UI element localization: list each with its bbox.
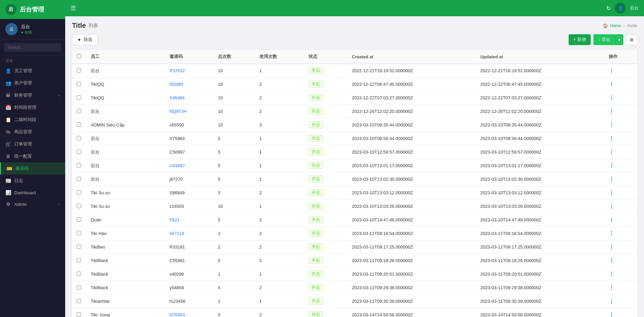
sidebar-item-invite-codes[interactable]: 🎫 邀请码 [0,162,65,175]
row-code[interactable]: X46484 [165,91,213,105]
action-menu-button[interactable]: ⋮ [609,298,615,304]
status-badge: 开启 [309,243,323,250]
row-actions[interactable]: ⋮ [604,78,637,91]
row-actions[interactable]: ⋮ [604,118,637,132]
row-select-checkbox[interactable] [77,136,81,140]
sidebar-item-timeslots[interactable]: 📅 时间段管理 [0,101,65,114]
row-actions[interactable]: ⋮ [604,281,637,295]
new-button[interactable]: + 新增 [569,34,591,45]
action-menu-button[interactable]: ⋮ [609,163,615,169]
row-code[interactable]: k67119 [165,227,213,240]
row-checkbox [72,118,86,132]
sidebar-item-dashboard[interactable]: 📊 Dashboard [0,187,65,198]
row-actions[interactable]: ⋮ [604,227,637,240]
row-select-checkbox[interactable] [77,163,81,167]
sidebar-item-sub-timeslots[interactable]: 📋 二级时间段 [0,114,65,126]
row-code[interactable]: I50389 [165,78,213,91]
row-select-checkbox[interactable] [77,82,81,86]
action-menu-button[interactable]: ⋮ [609,231,615,236]
row-code[interactable]: NQ9TJH [165,105,213,118]
logo-icon: 后 [5,4,16,15]
action-menu-button[interactable]: ⋮ [609,81,615,87]
row-actions[interactable]: ⋮ [604,213,637,227]
table-row: TikiBlack s40296 1 1 开启 2023-03-11T09:20… [72,268,637,281]
row-actions[interactable]: ⋮ [604,64,637,78]
action-menu-button[interactable]: ⋮ [609,176,615,182]
sidebar-item-logs[interactable]: 📰 日志 [0,175,65,187]
sidebar-item-finance[interactable]: 🏛 财务管理 ‹ [0,89,65,101]
breadcrumb-home-link[interactable]: Home [610,23,621,28]
page-header: Title 列表 🏠 Home > Invite [72,22,637,29]
sidebar-item-users[interactable]: 👥 用户管理 [0,77,65,89]
refresh-icon[interactable]: ↻ [606,5,611,12]
row-actions[interactable]: ⋮ [604,200,637,213]
row-code[interactable]: U41667 [165,159,213,173]
row-code[interactable]: N75953 [165,308,213,317]
action-menu-button[interactable]: ⋮ [609,271,615,277]
action-menu-button[interactable]: ⋮ [609,108,615,114]
row-created: 2023-03-10T13:03:12.000000Z [347,186,476,200]
row-actions[interactable]: ⋮ [604,268,637,281]
sidebar: 后 后台管理 后 后台 ● 在线 菜单 👤 员工管理 👥 用户管理 🏛 财务管理… [0,0,65,317]
row-select-checkbox[interactable] [77,217,81,222]
columns-button[interactable]: ⊞ [626,35,637,45]
row-actions[interactable]: ⋮ [604,91,637,105]
row-select-checkbox[interactable] [77,272,81,276]
row-actions[interactable]: ⋮ [604,186,637,200]
row-select-checkbox[interactable] [77,68,81,73]
topbar: ☰ ↻ 👤 后台 [65,0,644,16]
action-menu-button[interactable]: ⋮ [609,217,615,223]
action-menu-button[interactable]: ⋮ [609,285,615,291]
action-menu-button[interactable]: ⋮ [609,149,615,155]
sidebar-item-products[interactable]: 🛍 商品管理 [0,126,65,138]
sidebar-label-timeslots: 时间段管理 [14,104,36,111]
row-select-checkbox[interactable] [77,285,81,290]
row-select-checkbox[interactable] [77,312,81,317]
status-badge: 开启 [309,257,323,264]
row-select-checkbox[interactable] [77,204,81,208]
row-select-checkbox[interactable] [77,244,81,249]
row-select-checkbox[interactable] [77,95,81,100]
row-select-checkbox[interactable] [77,122,81,127]
filter-button[interactable]: ▼ 筛选 [72,34,97,45]
action-menu-button[interactable]: ⋮ [609,190,615,196]
select-all-checkbox[interactable] [77,54,81,58]
row-code[interactable]: R37532 [165,64,213,78]
row-actions[interactable]: ⋮ [604,308,637,317]
row-select-checkbox[interactable] [77,231,81,235]
search-input[interactable] [4,43,61,52]
row-actions[interactable]: ⋮ [604,145,637,159]
sidebar-item-orders[interactable]: 🛒 订单管理 [0,138,65,150]
row-actions[interactable]: ⋮ [604,159,637,173]
action-menu-button[interactable]: ⋮ [609,203,615,209]
row-code[interactable]: F621 [165,213,213,227]
row-actions[interactable]: ⋮ [604,105,637,118]
row-actions[interactable]: ⋮ [604,295,637,308]
export-button[interactable]: ↑ 导出 [593,34,615,45]
sidebar-item-employees[interactable]: 👤 员工管理 [0,65,65,77]
action-menu-button[interactable]: ⋮ [609,95,615,101]
row-select-checkbox[interactable] [77,150,81,154]
row-select-checkbox[interactable] [77,299,81,303]
action-menu-button[interactable]: ⋮ [609,122,615,128]
sidebar-item-admin[interactable]: ⚙ Admin ‹ [0,198,65,210]
action-menu-button[interactable]: ⋮ [609,68,615,74]
row-select-checkbox[interactable] [77,177,81,181]
action-menu-button[interactable]: ⋮ [609,244,615,250]
sidebar-label-sub-timeslots: 二级时间段 [14,117,36,123]
action-menu-button[interactable]: ⋮ [609,258,615,263]
users-icon: 👥 [5,80,11,86]
row-select-checkbox[interactable] [77,190,81,195]
row-actions[interactable]: ⋮ [604,132,637,145]
row-select-checkbox[interactable] [77,258,81,262]
row-employee: 后台 [86,64,165,78]
export-dropdown-button[interactable]: ▾ [615,34,623,45]
sidebar-item-unified-config[interactable]: 🖥 统一配置 [0,150,65,162]
row-actions[interactable]: ⋮ [604,240,637,254]
menu-icon[interactable]: ☰ [71,4,76,12]
row-actions[interactable]: ⋮ [604,173,637,186]
row-select-checkbox[interactable] [77,109,81,113]
action-menu-button[interactable]: ⋮ [609,136,615,141]
row-actions[interactable]: ⋮ [604,254,637,268]
action-menu-button[interactable]: ⋮ [609,312,615,317]
